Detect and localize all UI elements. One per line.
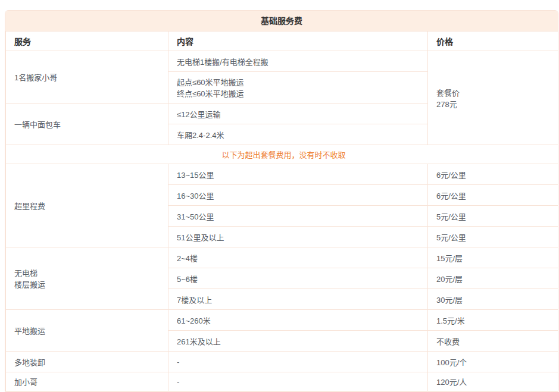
column-header-price: 价格 — [428, 32, 559, 51]
price-cell: 30元/层 — [428, 289, 559, 310]
content-cell: - — [168, 352, 428, 372]
content-cell: 16~30公里 — [168, 185, 428, 206]
content-cell: 31~50公里 — [168, 206, 428, 227]
price-cell: 5元/公里 — [428, 227, 559, 247]
service-cell: 平地搬运 — [6, 310, 168, 352]
price-cell: 120元/人 — [428, 372, 559, 391]
content-cell: 261米及以上 — [168, 331, 428, 352]
service-cell: 超里程费 — [6, 164, 168, 247]
service-cell: 一辆中面包车 — [6, 104, 168, 145]
price-cell: 1.5元/米 — [428, 310, 559, 331]
service-cell: 多地装卸 — [6, 352, 168, 372]
service-cell: 1名搬家小哥 — [6, 51, 168, 104]
price-cell: 6元/公里 — [428, 164, 559, 185]
extra-fee-notice: 以下为超出套餐费用，没有时不收取 — [6, 145, 559, 164]
notice-row: 以下为超出套餐费用，没有时不收取 — [6, 145, 559, 164]
content-cell: 51公里及以上 — [168, 227, 428, 247]
service-cell: 加小哥 — [6, 372, 168, 391]
content-cell: 2~4楼 — [168, 247, 428, 268]
price-cell: 20元/层 — [428, 268, 559, 289]
content-cell: 13~15公里 — [168, 164, 428, 185]
price-cell: 套餐价 278元 — [428, 51, 559, 145]
content-cell: 起点≤60米平地搬运 终点≤60米平地搬运 — [168, 72, 428, 104]
content-cell: 7楼及以上 — [168, 289, 428, 310]
content-cell: 61~260米 — [168, 310, 428, 331]
column-header-service: 服务 — [6, 32, 168, 51]
price-cell: 不收费 — [428, 331, 559, 352]
content-cell: 车厢2.4-2.4米 — [168, 124, 428, 145]
price-cell: 15元/层 — [428, 247, 559, 268]
content-cell: - — [168, 372, 428, 391]
fee-table: 服务 内容 价格 1名搬家小哥 无电梯1楼搬/有电梯全程搬 套餐价 278元 起… — [5, 31, 558, 391]
table-row: 多地装卸 - 100元/个 — [6, 352, 559, 372]
table-row: 无电梯 楼层搬运 2~4楼 15元/层 — [6, 247, 559, 268]
base-fee-card: 基础服务费 服务 内容 价格 1名搬家小哥 无电梯1楼搬/有电梯全程搬 套餐价 … — [5, 10, 558, 392]
table-row: 加小哥 - 120元/人 — [6, 372, 559, 391]
service-cell: 无电梯 楼层搬运 — [6, 247, 168, 310]
content-cell: ≤12公里运输 — [168, 104, 428, 124]
content-cell: 5~6楼 — [168, 268, 428, 289]
card-title: 基础服务费 — [5, 11, 558, 31]
price-cell: 5元/公里 — [428, 206, 559, 227]
price-cell: 100元/个 — [428, 352, 559, 372]
table-header-row: 服务 内容 价格 — [6, 32, 559, 51]
content-cell: 无电梯1楼搬/有电梯全程搬 — [168, 51, 428, 72]
table-row: 1名搬家小哥 无电梯1楼搬/有电梯全程搬 套餐价 278元 — [6, 51, 559, 72]
price-cell: 6元/公里 — [428, 185, 559, 206]
column-header-content: 内容 — [168, 32, 428, 51]
table-row: 平地搬运 61~260米 1.5元/米 — [6, 310, 559, 331]
table-row: 超里程费 13~15公里 6元/公里 — [6, 164, 559, 185]
